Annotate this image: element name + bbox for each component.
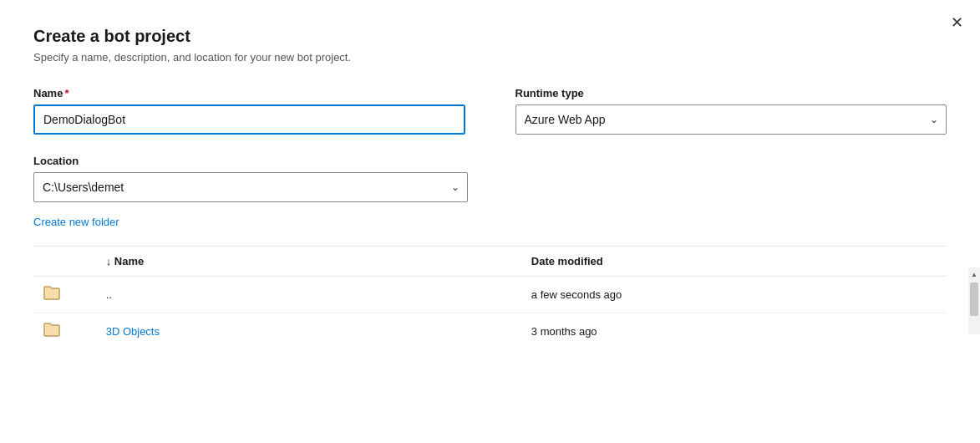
required-indicator: *	[64, 87, 69, 99]
folder-name-link[interactable]: 3D Objects	[106, 325, 160, 338]
create-new-folder-link[interactable]: Create new folder	[33, 216, 119, 228]
runtime-field-group: Runtime type Azure Web App ⌄	[515, 87, 947, 135]
location-select[interactable]: C:\Users\demet	[33, 172, 468, 202]
row-date-cell: a few seconds ago	[521, 277, 947, 313]
create-bot-dialog: Create a bot project ✕ Specify a name, d…	[0, 0, 980, 443]
col-icon-header	[33, 247, 96, 277]
runtime-select[interactable]: Azure Web App	[515, 104, 947, 135]
table-row: 3D Objects 3 months ago	[33, 313, 947, 350]
name-input[interactable]	[33, 104, 465, 135]
file-table: ↓ Name Date modified .. a few se	[33, 246, 947, 349]
runtime-select-wrapper: Azure Web App ⌄	[515, 104, 947, 135]
scroll-up-arrow[interactable]: ▲	[968, 267, 980, 281]
location-label: Location	[33, 155, 468, 167]
location-field-group: Location C:\Users\demet ⌄	[33, 155, 468, 202]
col-name-header[interactable]: ↓ Name	[96, 247, 521, 277]
table-row: .. a few seconds ago	[33, 277, 947, 313]
row-icon-cell	[33, 277, 96, 313]
folder-name: ..	[106, 288, 112, 301]
sort-arrow-icon: ↓	[106, 255, 112, 267]
name-label: Name*	[33, 87, 465, 99]
dialog-subtitle: Specify a name, description, and locatio…	[33, 51, 947, 64]
file-table-header: ↓ Name Date modified	[33, 247, 947, 277]
location-row: Location C:\Users\demet ⌄	[33, 155, 947, 202]
row-name-cell[interactable]: 3D Objects	[96, 313, 521, 350]
dialog-title: Create a bot project	[33, 27, 190, 46]
dialog-header: Create a bot project ✕	[33, 27, 947, 46]
scrollbar-thumb[interactable]	[970, 283, 978, 316]
close-button[interactable]: ✕	[951, 15, 963, 30]
row-icon-cell	[33, 313, 96, 350]
row-date-cell: 3 months ago	[521, 313, 947, 350]
location-select-wrapper: C:\Users\demet ⌄	[33, 172, 468, 202]
scrollbar[interactable]: ▲	[968, 267, 980, 334]
folder-icon	[43, 285, 60, 304]
row-name-cell: ..	[96, 277, 521, 313]
col-date-header: Date modified	[521, 247, 947, 277]
runtime-label: Runtime type	[515, 87, 947, 99]
folder-icon	[43, 322, 60, 341]
file-table-body: .. a few seconds ago 3D Objects 3 months…	[33, 277, 947, 350]
form-main-row: Name* Runtime type Azure Web App ⌄	[33, 87, 947, 135]
name-field-group: Name*	[33, 87, 465, 135]
